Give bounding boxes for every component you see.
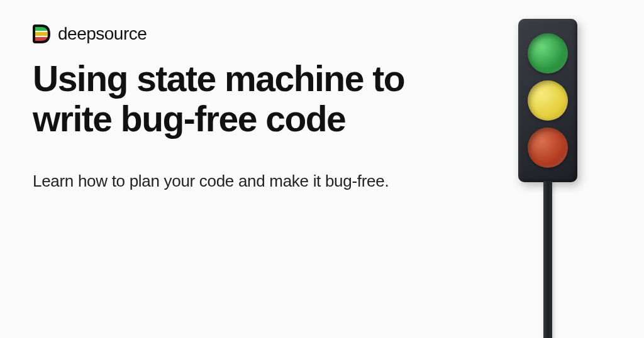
- content-area: deepsource Using state machine to write …: [0, 0, 453, 217]
- traffic-light-housing: [518, 19, 577, 182]
- traffic-light-pole: [543, 181, 552, 338]
- brand-name: deepsource: [58, 24, 147, 44]
- brand-header: deepsource: [33, 24, 420, 44]
- traffic-light-illustration: [506, 13, 587, 338]
- page-headline: Using state machine to write bug-free co…: [33, 59, 420, 139]
- traffic-light-green-icon: [528, 33, 568, 74]
- page-subheadline: Learn how to plan your code and make it …: [33, 170, 420, 194]
- traffic-light-yellow-icon: [528, 80, 568, 121]
- deepsource-logo-icon: [33, 25, 52, 43]
- traffic-light-red-icon: [528, 128, 568, 168]
